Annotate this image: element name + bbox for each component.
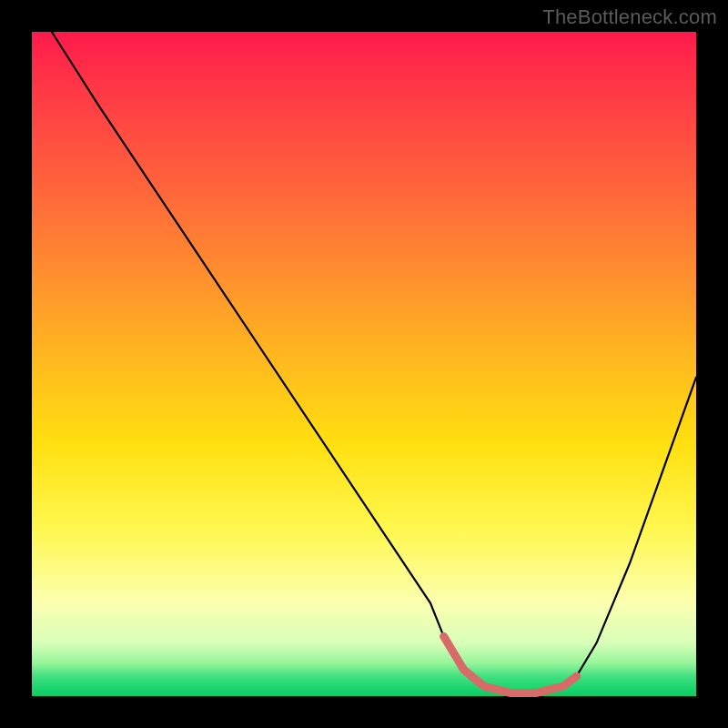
curve-svg xyxy=(32,32,696,696)
plot-area xyxy=(32,32,696,696)
chart-frame: TheBottleneck.com xyxy=(0,0,728,728)
bottleneck-curve xyxy=(52,32,696,693)
watermark-text: TheBottleneck.com xyxy=(542,5,717,29)
highlight-segment xyxy=(444,636,577,693)
